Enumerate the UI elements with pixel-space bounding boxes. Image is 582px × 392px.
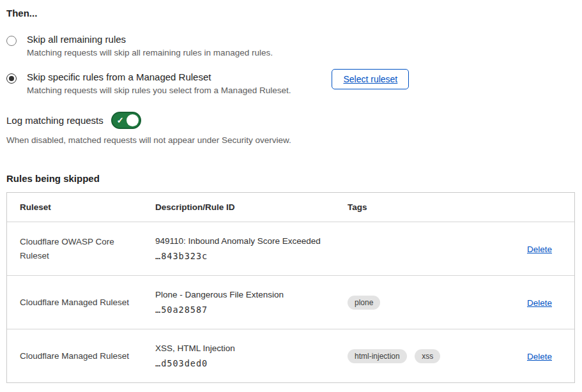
option-description: Matching requests will skip rules you se… (27, 86, 291, 95)
rule-description: XSS, HTML Injection (155, 343, 326, 353)
option-label: Skip all remaining rules (27, 34, 273, 45)
radio-skip-all-rules[interactable] (6, 36, 17, 46)
tag-badge: html-injection (348, 349, 407, 363)
tags-cell: plone (335, 296, 499, 310)
delete-link[interactable]: Delete (527, 245, 552, 254)
table-row: Cloudflare Managed Ruleset Plone - Dange… (7, 275, 574, 329)
tag-badge: plone (348, 296, 380, 310)
check-icon: ✓ (117, 116, 124, 125)
table-row: Cloudflare Managed Ruleset XSS, HTML Inj… (7, 329, 574, 382)
waf-rule-config-panel: Then... Skip all remaining rules Matchin… (0, 0, 582, 383)
rule-id: …d503ded0 (155, 358, 326, 368)
option-skip-all-rules[interactable]: Skip all remaining rules Matching reques… (6, 34, 576, 57)
log-description: When disabled, matched requests will not… (6, 135, 576, 145)
tags-cell: html-injection xss (335, 349, 499, 363)
option-text: Skip specific rules from a Managed Rules… (27, 72, 291, 95)
option-text: Skip all remaining rules Matching reques… (27, 34, 273, 57)
tag-badge: xss (415, 349, 440, 363)
table-header-row: Ruleset Description/Rule ID Tags (7, 193, 574, 222)
delete-cell: Delete (499, 297, 574, 308)
description-cell: XSS, HTML Injection …d503ded0 (142, 343, 335, 368)
select-ruleset-button[interactable]: Select ruleset (332, 69, 409, 89)
ruleset-cell: Cloudflare Managed Ruleset (7, 296, 142, 310)
rule-description: 949110: Inbound Anomaly Score Exceeded (155, 236, 326, 246)
delete-cell: Delete (499, 243, 574, 255)
then-section-title: Then... (6, 8, 576, 19)
option-description: Matching requests will skip all remainin… (27, 48, 273, 57)
rule-id: …843b323c (155, 251, 326, 261)
column-header-tags: Tags (335, 202, 499, 212)
description-cell: 949110: Inbound Anomaly Score Exceeded …… (142, 236, 335, 261)
delete-link[interactable]: Delete (527, 352, 552, 361)
log-matching-requests-row: Log matching requests ✓ (6, 112, 576, 129)
column-header-ruleset: Ruleset (7, 200, 142, 215)
description-cell: Plone - Dangerous File Extension …50a285… (142, 290, 335, 315)
ruleset-cell: Cloudflare Managed Ruleset (7, 349, 142, 363)
option-skip-specific-rules: Skip specific rules from a Managed Rules… (6, 72, 576, 95)
rule-id: …50a28587 (155, 305, 326, 315)
rules-table: Ruleset Description/Rule ID Tags Cloudfl… (6, 192, 575, 383)
column-header-description: Description/Rule ID (142, 202, 335, 212)
option-label: Skip specific rules from a Managed Rules… (27, 72, 291, 82)
log-matching-requests-label: Log matching requests (6, 115, 103, 126)
toggle-knob (126, 114, 139, 126)
radio-skip-specific-rules[interactable] (6, 73, 17, 84)
delete-link[interactable]: Delete (527, 298, 552, 308)
delete-cell: Delete (499, 351, 574, 362)
ruleset-cell: Cloudflare OWASP Core Ruleset (7, 235, 142, 262)
table-row: Cloudflare OWASP Core Ruleset 949110: In… (7, 222, 574, 275)
log-matching-requests-toggle[interactable]: ✓ (111, 112, 141, 129)
rules-being-skipped-title: Rules being skipped (6, 173, 576, 184)
rule-description: Plone - Dangerous File Extension (155, 290, 326, 299)
action-options: Skip all remaining rules Matching reques… (6, 34, 576, 95)
